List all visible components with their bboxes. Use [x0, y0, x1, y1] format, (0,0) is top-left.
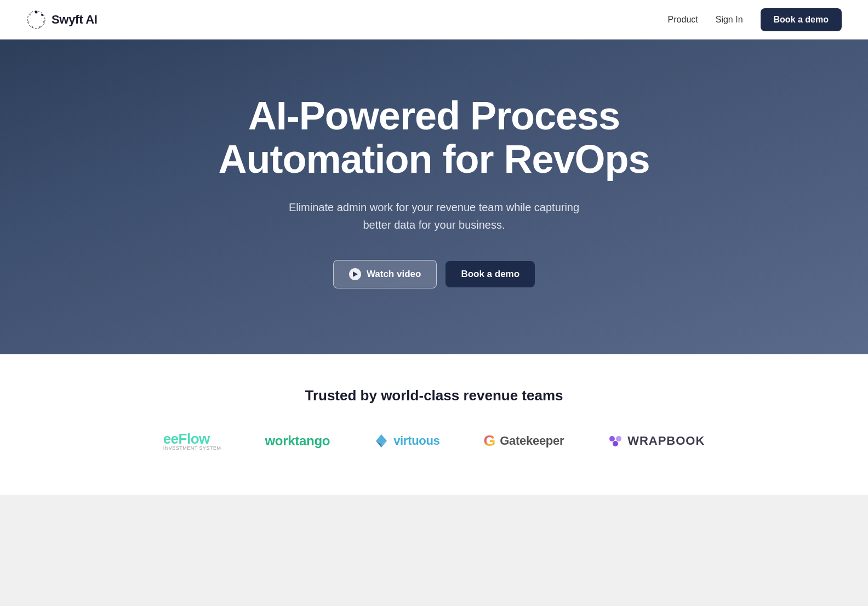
hero-title: AI-Powered Process Automation for RevOps [218, 94, 649, 181]
logo-gatekeeper: G Gatekeeper [484, 432, 564, 450]
svg-point-4 [39, 26, 41, 27]
svg-point-6 [28, 21, 30, 22]
logo-virtuous: virtuous [374, 433, 439, 449]
svg-point-1 [35, 10, 38, 13]
watch-video-button[interactable]: Watch video [333, 260, 437, 288]
svg-point-0 [27, 11, 45, 29]
logo-icon [26, 10, 46, 30]
wrapbook-icon [608, 435, 623, 446]
svg-point-3 [43, 21, 45, 22]
signin-link[interactable]: Sign In [716, 15, 743, 25]
svg-point-7 [30, 14, 31, 15]
bottom-section [0, 495, 868, 606]
svg-point-2 [41, 14, 43, 16]
svg-point-9 [616, 436, 621, 441]
navbar-right: Product Sign In Book a demo [668, 8, 842, 31]
book-demo-nav-button[interactable]: Book a demo [761, 8, 842, 31]
hero-buttons: Watch video Book a demo [333, 260, 535, 288]
logo-wrapbook: WRAPBOOK [608, 434, 705, 448]
hero-section: AI-Powered Process Automation for RevOps… [0, 39, 868, 354]
svg-point-10 [613, 441, 618, 446]
svg-point-8 [609, 436, 615, 441]
logo-worktango: worktango [265, 433, 330, 449]
logo[interactable]: Swyft AI [26, 10, 98, 30]
play-triangle [353, 271, 358, 277]
play-icon [349, 268, 361, 280]
logos-row: eeFlow Investment System worktango virtu… [78, 431, 790, 451]
logo-text: Swyft AI [52, 13, 98, 27]
svg-point-5 [32, 26, 33, 27]
product-link[interactable]: Product [668, 15, 698, 25]
virtuous-icon [374, 433, 389, 449]
trusted-section: Trusted by world-class revenue teams eeF… [0, 354, 868, 495]
hero-subtitle: Eliminate admin work for your revenue te… [275, 199, 593, 234]
book-demo-hero-button[interactable]: Book a demo [446, 261, 535, 287]
navbar: Swyft AI Product Sign In Book a demo [0, 0, 868, 39]
trusted-title: Trusted by world-class revenue teams [305, 387, 563, 404]
logo-freeflow: eeFlow Investment System [163, 431, 221, 451]
